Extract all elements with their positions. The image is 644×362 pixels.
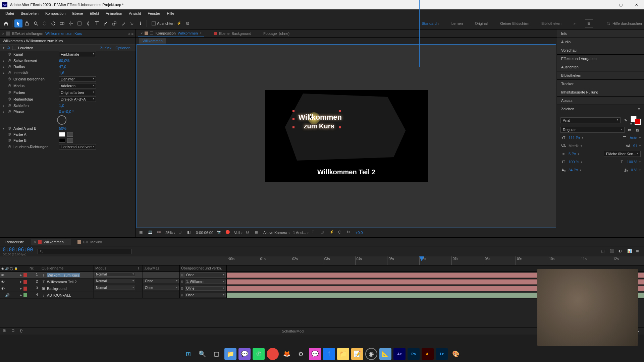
ruler-tick[interactable]: 12s <box>612 256 644 265</box>
taskbar-app1[interactable] <box>267 348 279 360</box>
font-style-dropdown[interactable]: Regular▾ <box>560 127 625 133</box>
solo-toggle[interactable] <box>10 273 14 278</box>
taskbar-obs[interactable]: ◉ <box>365 348 377 360</box>
tl-tab-render[interactable]: Renderliste <box>2 239 28 245</box>
visibility-toggle[interactable] <box>1 293 5 298</box>
mask-icon[interactable]: 👓 <box>157 230 162 235</box>
track-matte-dropdown[interactable]: Ohne▾ <box>144 279 179 283</box>
menu-animation[interactable]: Animation <box>102 10 125 17</box>
transparency-icon[interactable]: ▦ <box>255 230 260 235</box>
tl-tab-comp[interactable]: × Willkommen ≡ <box>31 239 71 245</box>
start-button[interactable]: ⊞ <box>182 348 194 360</box>
stopwatch-icon[interactable]: ⏱ <box>7 77 11 81</box>
ruler-tick[interactable]: 04s <box>355 256 387 265</box>
panel-header[interactable]: Inhaltsbasierte Füllung <box>557 88 644 97</box>
col-nr[interactable]: Nr. <box>28 265 40 272</box>
stroke-color[interactable] <box>635 119 641 125</box>
expand-icon[interactable]: ▸ <box>19 273 23 278</box>
layer-name[interactable]: ♪AUTOUNFALL <box>40 292 94 298</box>
taskbar-lr[interactable]: Lr <box>436 348 448 360</box>
angle-dial[interactable] <box>57 115 66 125</box>
selection-tool[interactable] <box>14 19 22 27</box>
layer-name[interactable]: TWillkommen Teil 2 <box>40 279 94 285</box>
solo-toggle[interactable] <box>10 280 14 284</box>
tab-lock-icon[interactable] <box>6 32 10 36</box>
taskbar-app2[interactable]: ⚙ <box>295 348 307 360</box>
menu-edit[interactable]: Bearbeiten <box>17 10 42 17</box>
maximize-button[interactable]: ▢ <box>613 0 629 9</box>
stopwatch-icon[interactable]: ⏱ <box>7 65 11 69</box>
draft-3d-icon[interactable]: ⊞ <box>636 249 641 254</box>
shy-icon[interactable]: ⬚ <box>601 249 606 254</box>
expand-icon[interactable]: ▸ <box>19 286 23 291</box>
refresh-icon[interactable]: ↻ <box>347 230 352 235</box>
prop-value[interactable]: 60,0% <box>59 59 69 63</box>
panel-header[interactable]: Effekte und Vorgaben <box>557 55 644 63</box>
color-swatch[interactable] <box>59 138 65 143</box>
ruler-tick[interactable]: 05s <box>387 256 419 265</box>
parent-dropdown[interactable]: Ohne▾ <box>185 286 226 291</box>
pen-tool[interactable] <box>84 19 92 27</box>
magnify-icon[interactable]: ▦ <box>139 230 145 235</box>
stopwatch-icon[interactable]: ⏱ <box>7 71 11 75</box>
timecode-display[interactable]: 0:00:06:00 <box>196 231 213 235</box>
effect-header[interactable]: ▾ fx Leuchten Zurück Optionen... <box>0 45 136 51</box>
prop-dropdown[interactable]: Originalfarben▾ <box>59 90 96 95</box>
kerning-input[interactable]: Metrik <box>569 144 579 148</box>
panel-header[interactable]: Vorschau <box>557 46 644 55</box>
pickwhip-icon[interactable]: ⊚ <box>180 286 183 291</box>
stroke-off-icon[interactable]: ▧ <box>635 127 641 133</box>
tab-close-icon[interactable]: × <box>34 240 36 244</box>
prop-dropdown[interactable]: Farbkanale▾ <box>59 52 96 57</box>
parent-dropdown[interactable]: Ohne▾ <box>185 293 226 297</box>
taskbar-app3[interactable]: 📝 <box>351 348 363 360</box>
camera-tool[interactable] <box>58 19 66 27</box>
workspace-standard[interactable]: Standard ≡ <box>419 20 442 27</box>
label-color[interactable] <box>23 280 27 284</box>
taskbar-taskview[interactable]: ▢ <box>210 348 222 360</box>
pickwhip-icon[interactable]: ⊚ <box>180 293 183 297</box>
snapshot-icon[interactable]: 📷 <box>217 230 222 235</box>
exposure-value[interactable]: +0,0 <box>356 231 363 235</box>
stroke-width-input[interactable]: 5 Px <box>569 152 576 156</box>
eyedropper-icon[interactable] <box>67 138 73 143</box>
blend-mode-dropdown[interactable]: Normal▾ <box>95 286 135 290</box>
camera-dropdown[interactable]: Aktive Kamera ▾ <box>263 231 290 235</box>
toggle-parent-icon[interactable]: {} <box>20 328 25 334</box>
zoom-tool[interactable] <box>32 19 40 27</box>
blend-mode-dropdown[interactable]: Normal▾ <box>95 272 135 277</box>
expand-icon[interactable]: ▸ <box>2 59 5 63</box>
panel-header[interactable]: Audio <box>557 38 644 46</box>
col-uber[interactable]: Übergeordnet und verkn. <box>180 265 227 272</box>
parent-dropdown[interactable]: 1. Willkomm▾ <box>185 280 226 284</box>
ec-menu-icon[interactable]: » ≡ <box>128 32 133 36</box>
roi-icon[interactable]: ⊡ <box>246 230 251 235</box>
roto-tool[interactable] <box>128 19 136 27</box>
stopwatch-icon[interactable]: ⏱ <box>7 138 11 142</box>
anchor-tool[interactable] <box>67 19 75 27</box>
vscale-input[interactable]: 100 % <box>569 160 579 164</box>
solo-toggle[interactable] <box>10 293 14 298</box>
menu-help[interactable]: Hilfe <box>164 10 178 17</box>
stopwatch-icon[interactable]: ⏱ <box>7 97 11 101</box>
label-color[interactable] <box>23 287 27 291</box>
panel-header[interactable]: Info <box>557 29 644 38</box>
col-mode[interactable]: Modus <box>94 265 136 272</box>
workspace-libraries[interactable]: Bibliotheken <box>539 20 564 27</box>
no-fill-icon[interactable]: ▭ <box>627 127 633 133</box>
viewer-text-bottom[interactable]: Willkommen Teil 2 <box>317 168 375 176</box>
label-color[interactable] <box>23 273 27 277</box>
ruler-tick[interactable]: 01s <box>259 256 291 265</box>
label-color[interactable] <box>23 293 27 297</box>
lock-toggle[interactable] <box>15 293 19 298</box>
resolution-dropdown[interactable]: Voll ▾ <box>234 231 243 235</box>
guides-icon[interactable]: ⊞ <box>321 230 326 235</box>
comp-tab-layer[interactable]: Ebene Background <box>211 30 254 37</box>
blend-mode-dropdown[interactable]: Normal▾ <box>95 279 135 283</box>
tl-tab-dji[interactable]: DJI_Mexiko <box>74 239 105 245</box>
tab-close-icon[interactable]: × <box>2 32 4 36</box>
taskbar-app4[interactable]: 📐 <box>379 348 391 360</box>
menu-composition[interactable]: Komposition <box>42 10 69 17</box>
menu-file[interactable]: Datei <box>2 10 17 17</box>
share-icon[interactable]: ⤴ <box>312 230 317 235</box>
